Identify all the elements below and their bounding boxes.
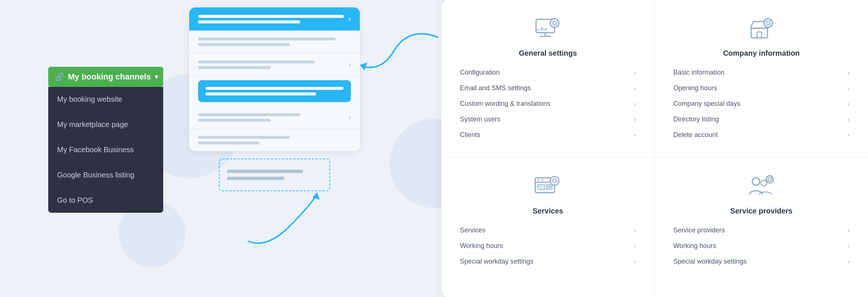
cell-company-info: Company information Basic information › …	[655, 0, 868, 158]
line-12	[198, 141, 259, 144]
link-working-hours-2[interactable]: Working hours ›	[673, 238, 849, 254]
settings-panel: General settings Configuration › Email a…	[441, 0, 868, 297]
link-wording[interactable]: Custom wording & translations ›	[460, 96, 636, 112]
phone-row-5	[189, 129, 360, 151]
line-8	[206, 92, 316, 95]
chevron-right-icon-1: ›	[348, 14, 351, 24]
arrow-icon: ›	[634, 101, 636, 107]
chevron-down-icon: ▾	[155, 73, 158, 81]
phone-row-1: ›	[189, 7, 360, 31]
phone-row-4: ›	[189, 106, 360, 129]
line-7	[206, 87, 343, 90]
svg-point-18	[542, 179, 544, 181]
link-company-special-days[interactable]: Company special days ›	[673, 96, 849, 112]
link-delete-account[interactable]: Delete account ›	[673, 127, 849, 143]
phone-row-highlight2-wrapper	[189, 76, 360, 106]
line-1	[198, 15, 344, 18]
line-group-2	[198, 37, 351, 46]
arrow-icon: ›	[634, 116, 636, 123]
chevron-right-icon-3: ›	[348, 112, 351, 122]
arrow-icon: ›	[634, 132, 636, 138]
arrow-icon: ›	[634, 69, 636, 76]
link-directory-listing[interactable]: Directory listing ›	[673, 112, 849, 127]
line-5	[198, 61, 315, 63]
svg-rect-12	[757, 32, 762, 38]
link-working-hours[interactable]: Working hours ›	[460, 238, 636, 254]
line-group-4	[206, 87, 343, 95]
arrow-icon: ›	[634, 243, 636, 249]
browser-gear-icon	[533, 173, 563, 202]
service-providers-title: Service providers	[673, 207, 849, 215]
cell-services: Services Services › Working hours › Spec…	[441, 158, 655, 297]
arrow-icon: ›	[848, 116, 849, 123]
svg-rect-19	[537, 185, 545, 190]
center-mockup-panel: › ›	[182, 0, 367, 297]
svg-point-22	[550, 176, 559, 185]
arrow-icon: ›	[634, 258, 636, 265]
store-icon	[747, 15, 776, 45]
link-services[interactable]: Services ›	[460, 223, 636, 238]
line-6	[198, 66, 271, 69]
arrow-icon: ›	[848, 69, 849, 76]
arrow-icon: ›	[848, 243, 849, 249]
svg-rect-20	[546, 185, 552, 186]
line-4	[198, 43, 290, 46]
arrow-icon: ›	[848, 258, 849, 265]
booking-channels-trigger[interactable]: 🔗 My booking channels ▾	[48, 67, 163, 87]
cell-general-settings: General settings Configuration › Email a…	[441, 0, 655, 158]
line-10	[198, 119, 271, 122]
dropdown-trigger-label: My booking channels	[68, 72, 151, 82]
menu-item-google[interactable]: Google Business listing	[48, 163, 163, 188]
svg-rect-8	[540, 27, 543, 30]
line-3	[198, 37, 336, 40]
link-service-providers[interactable]: Service providers ›	[673, 223, 849, 238]
general-settings-title: General settings	[460, 49, 636, 58]
line-group-3	[198, 61, 344, 69]
arrow-icon: ›	[634, 227, 636, 234]
svg-rect-7	[537, 29, 540, 30]
link-special-workday-2[interactable]: Special workday settings ›	[673, 254, 849, 269]
link-system-users[interactable]: System users ›	[460, 112, 636, 127]
dashed-drop-zone	[219, 159, 330, 191]
svg-point-24	[752, 178, 760, 185]
monitor-gear-icon	[533, 15, 563, 45]
phone-row-2	[189, 31, 360, 53]
people-gear-icon	[747, 173, 776, 202]
arrow-icon: ›	[634, 85, 636, 92]
cell-service-providers: Service providers Service providers › Wo…	[655, 158, 868, 297]
menu-item-marketplace[interactable]: My marketplace page	[48, 112, 163, 137]
arrow-icon: ›	[848, 101, 849, 107]
svg-rect-9	[544, 28, 547, 30]
link-basic-info[interactable]: Basic information ›	[673, 65, 849, 81]
dashed-line-1	[227, 170, 303, 173]
booking-channels-menu: My booking website My marketplace page M…	[48, 87, 163, 213]
booking-channels-panel: 🔗 My booking channels ▾ My booking websi…	[48, 67, 171, 213]
line-group-1	[198, 15, 344, 23]
chevron-right-icon-2: ›	[348, 60, 351, 69]
menu-item-pos[interactable]: Go to POS	[48, 188, 163, 213]
line-2	[198, 20, 300, 23]
line-9	[198, 113, 300, 116]
phone-row-3: ›	[189, 53, 360, 76]
services-title: Services	[460, 207, 636, 215]
menu-item-facebook[interactable]: My Facebook Business	[48, 137, 163, 163]
line-group-6	[198, 136, 351, 144]
link-icon: 🔗	[55, 72, 64, 81]
arrow-icon: ›	[848, 227, 849, 234]
link-email-sms[interactable]: Email and SMS settings ›	[460, 81, 636, 96]
svg-point-25	[761, 180, 767, 186]
arrow-icon: ›	[848, 132, 849, 138]
link-special-workday[interactable]: Special workday settings ›	[460, 254, 636, 269]
svg-rect-21	[546, 187, 552, 189]
svg-point-17	[537, 179, 540, 181]
link-clients[interactable]: Clients ›	[460, 127, 636, 143]
link-opening-hours[interactable]: Opening hours ›	[673, 81, 849, 96]
phone-card: › ›	[189, 7, 360, 151]
company-info-title: Company information	[673, 49, 849, 58]
dashed-line-2	[227, 177, 284, 180]
phone-row-highlight2	[198, 80, 351, 102]
menu-item-booking-website[interactable]: My booking website	[48, 87, 163, 112]
line-group-5	[198, 113, 344, 122]
link-configuration[interactable]: Configuration ›	[460, 65, 636, 81]
line-11	[198, 136, 290, 139]
